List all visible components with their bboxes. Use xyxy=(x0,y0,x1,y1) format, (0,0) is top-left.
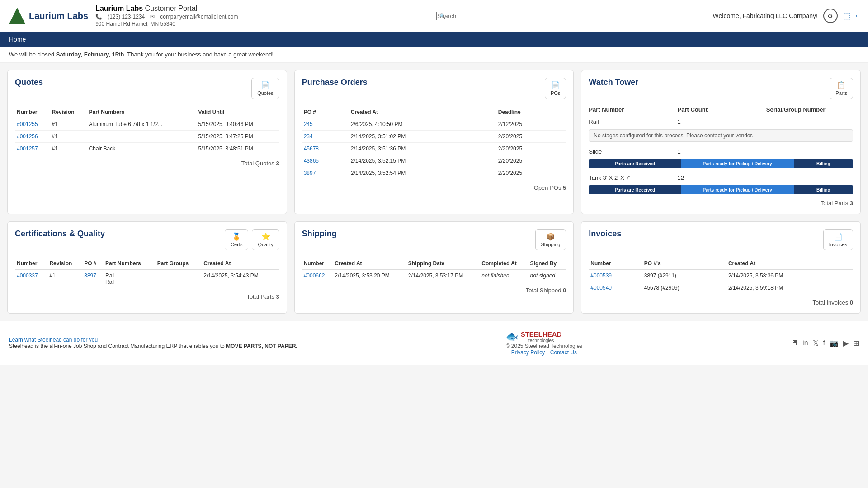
po-number[interactable]: 245 xyxy=(302,118,349,131)
certs-button[interactable]: 🏅 Certs xyxy=(225,229,248,250)
invoices-card: Invoices 📄 Invoices Number PO #'s Create… xyxy=(581,221,861,314)
po-number[interactable]: 45678 xyxy=(302,143,349,155)
inv-number[interactable]: #000540 xyxy=(589,282,642,294)
po-number[interactable]: 234 xyxy=(302,131,349,143)
progress-segment: Parts ready for Pickup / Delivery xyxy=(681,159,794,168)
table-row: 234 2/14/2025, 3:51:02 PM 2/20/2025 xyxy=(302,131,566,143)
progress-segment: Parts are Received xyxy=(589,159,681,168)
quotes-col-parts: Part Numbers xyxy=(87,106,197,118)
quote-revision: #1 xyxy=(50,131,87,143)
brand-name: STEELHEAD xyxy=(521,330,562,338)
quote-valid: 5/15/2025, 3:40:46 PM xyxy=(196,118,279,131)
ship-col-created: Created At xyxy=(333,258,406,270)
progress-segment: Parts ready for Pickup / Delivery xyxy=(681,185,794,194)
shipping-button[interactable]: 📦 Shipping xyxy=(535,229,566,250)
po-number[interactable]: 43865 xyxy=(302,155,349,167)
shipping-card: Shipping 📦 Shipping Number Created At Sh… xyxy=(294,221,574,314)
inv-col-num: Number xyxy=(589,258,642,270)
invoices-icon: 📄 xyxy=(834,232,843,241)
quote-number[interactable]: #001257 xyxy=(15,143,50,155)
table-row: 45678 2/14/2025, 3:51:36 PM 2/20/2025 xyxy=(302,143,566,155)
wt-col-serial: Serial/Group Number xyxy=(766,106,853,113)
ship-number[interactable]: #000662 xyxy=(302,270,333,282)
certs-card: Certifications & Quality 🏅 Certs ⭐ Quali… xyxy=(7,221,287,314)
quality-button[interactable]: ⭐ Quality xyxy=(252,229,279,250)
watchtower-icon: 📋 xyxy=(837,81,846,89)
certs-title: Certifications & Quality xyxy=(15,229,105,239)
certs-col-created: Created At xyxy=(202,258,279,270)
watchtower-button[interactable]: 📋 Parts xyxy=(830,78,853,99)
contact-link[interactable]: Contact Us xyxy=(550,349,577,356)
header: Laurium Labs Laurium Labs Customer Porta… xyxy=(0,0,868,32)
shipping-table: Number Created At Shipping Date Complete… xyxy=(302,258,566,282)
progress-bar: Parts are ReceivedParts ready for Pickup… xyxy=(589,185,853,194)
inv-po: 45678 (#2909) xyxy=(642,282,726,294)
quotes-button[interactable]: 📄 Quotes xyxy=(251,78,279,99)
quote-revision: #1 xyxy=(50,143,87,155)
inv-number[interactable]: #000539 xyxy=(589,270,642,282)
table-row: #001255 #1 Aluminum Tube 6 7/8 x 1 1/2..… xyxy=(15,118,279,131)
announcement-text-after: . Thank you for your business and have a… xyxy=(124,51,274,58)
shipping-icon: 📦 xyxy=(546,232,555,241)
po-number[interactable]: 3897 xyxy=(302,167,349,179)
cert-number[interactable]: #000337 xyxy=(15,270,47,288)
po-card: Purchase Orders 📄 POs PO # Created At De… xyxy=(294,70,574,214)
quote-number[interactable]: #001255 xyxy=(15,118,50,131)
phone-number: (123) 123-1234 xyxy=(108,14,145,20)
company-info: Laurium Labs Customer Portal 📞 (123) 123… xyxy=(95,5,238,27)
quote-revision: #1 xyxy=(50,118,87,131)
invoices-button[interactable]: 📄 Invoices xyxy=(823,229,853,250)
page-footer: Learn what Steelhead can do for you Stee… xyxy=(0,321,868,365)
quotes-col-valid: Valid Until xyxy=(196,106,279,118)
shipping-footer: Total Shipped 0 xyxy=(302,287,566,294)
watchtower-parts: Rail 1 No stages configured for this pro… xyxy=(589,117,853,194)
search-input[interactable] xyxy=(436,12,514,20)
table-row: #000540 45678 (#2909) 2/14/2025, 3:59:18… xyxy=(589,282,853,294)
announcement-text-before: We will be closed xyxy=(9,51,56,58)
quote-number[interactable]: #001256 xyxy=(15,131,50,143)
ship-created: 2/14/2025, 3:53:20 PM xyxy=(333,270,406,282)
announcement-bar: We will be closed Saturday, February, 15… xyxy=(0,47,868,63)
table-row: 3897 2/14/2025, 3:52:54 PM 2/20/2025 xyxy=(302,167,566,179)
ship-signed: not signed xyxy=(528,270,566,282)
watchtower-header: Watch Tower 📋 Parts xyxy=(589,78,853,99)
po-footer: Open POs 5 xyxy=(302,184,566,191)
brand-sub: technologies xyxy=(521,338,562,343)
progress-segment: Parts are Received xyxy=(589,185,681,194)
settings-icon[interactable]: ⚙ xyxy=(823,9,838,23)
wt-part-count: 12 xyxy=(678,174,764,181)
watchtower-title: Watch Tower xyxy=(589,78,638,87)
po-created: 2/6/2025, 4:10:50 PM xyxy=(349,118,496,131)
table-row: #000539 3897 (#2911) 2/14/2025, 3:58:36 … xyxy=(589,270,853,282)
nav-home[interactable]: Home xyxy=(9,36,26,43)
table-row: #000662 2/14/2025, 3:53:20 PM 2/14/2025,… xyxy=(302,270,566,282)
po-button[interactable]: 📄 POs xyxy=(545,78,566,99)
po-created: 2/14/2025, 3:51:02 PM xyxy=(349,131,496,143)
table-row: #001256 #1 5/15/2025, 3:47:25 PM xyxy=(15,131,279,143)
quotes-icon: 📄 xyxy=(261,81,270,89)
quotes-table: Number Revision Part Numbers Valid Until… xyxy=(15,106,279,155)
watchtower-footer: Total Parts 3 xyxy=(589,200,853,206)
invoices-table: Number PO #'s Created At #000539 3897 (#… xyxy=(589,258,853,294)
search-wrap[interactable] xyxy=(436,12,514,20)
certs-icon: 🏅 xyxy=(232,232,241,241)
table-row: #000337 #1 3897 RailRail 2/14/2025, 3:54… xyxy=(15,270,279,288)
footer-icon-rss: ⊞ xyxy=(853,339,859,347)
certs-col-num: Number xyxy=(15,258,47,270)
progress-bar: Parts are ReceivedParts ready for Pickup… xyxy=(589,159,853,168)
certs-col-po: PO # xyxy=(82,258,104,270)
footer-icon-facebook: f xyxy=(823,339,825,347)
header-right: Welcome, Fabricating LLC Company! ⚙ ⬚→ xyxy=(713,9,859,23)
email-icon: ✉ xyxy=(150,14,155,20)
learn-link[interactable]: Learn what Steelhead can do for you xyxy=(9,337,98,343)
nav-bar: Home xyxy=(0,32,868,47)
po-deadline: 2/20/2025 xyxy=(496,167,566,179)
logout-icon[interactable]: ⬚→ xyxy=(843,11,859,21)
po-title: Purchase Orders xyxy=(302,78,368,87)
invoices-header: Invoices 📄 Invoices xyxy=(589,229,853,250)
certs-footer: Total Parts 3 xyxy=(15,293,279,300)
privacy-link[interactable]: Privacy Policy xyxy=(511,349,545,356)
cert-po[interactable]: 3897 xyxy=(82,270,104,288)
ship-col-completed: Completed At xyxy=(480,258,528,270)
invoices-footer: Total Invoices 0 xyxy=(589,299,853,306)
